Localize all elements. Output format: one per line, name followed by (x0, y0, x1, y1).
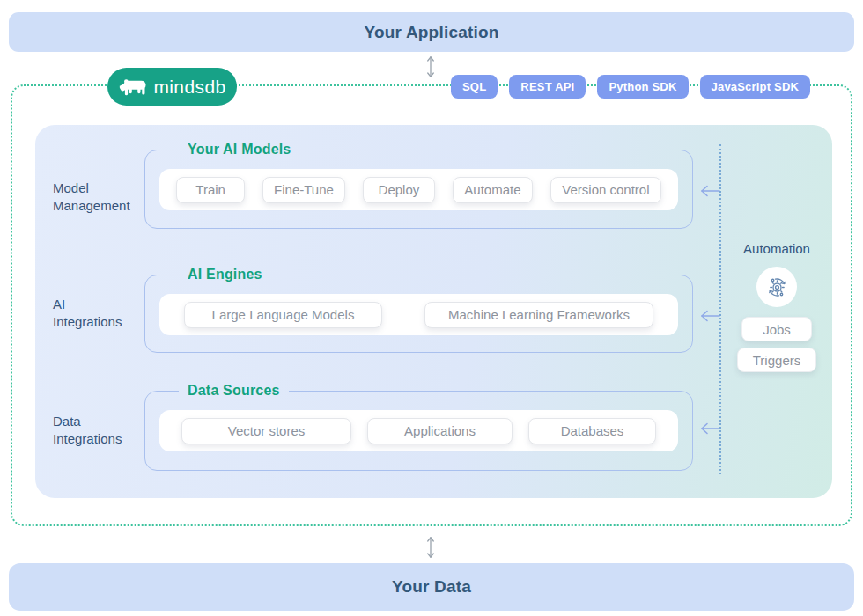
triggers-button[interactable]: Triggers (737, 348, 816, 372)
your-ai-models-section: Your AI Models Train Fine-Tune Deploy Au… (144, 142, 693, 229)
your-application-bar: Your Application (9, 12, 854, 52)
sql-button[interactable]: SQL (451, 75, 498, 99)
fine-tune-button[interactable]: Fine-Tune (262, 177, 345, 203)
mindsdb-dotted-container: Model Management Your AI Models Train Fi… (11, 84, 852, 526)
javascript-sdk-button[interactable]: JavaScript SDK (700, 75, 811, 99)
bear-icon (118, 77, 147, 97)
ai-models-chip-bar: Train Fine-Tune Deploy Automate Version … (159, 169, 678, 210)
ai-integrations-label: AI Integrations (53, 296, 150, 331)
ai-engines-title: AI Engines (179, 267, 271, 282)
left-arrow-icon (698, 309, 721, 323)
automation-title: Automation (743, 241, 810, 256)
machine-learning-frameworks-button[interactable]: Machine Learning Frameworks (424, 302, 653, 328)
api-buttons-row: SQL REST API Python SDK JavaScript SDK (451, 75, 810, 99)
rest-api-button[interactable]: REST API (509, 75, 586, 99)
jobs-button[interactable]: Jobs (741, 317, 812, 341)
python-sdk-button[interactable]: Python SDK (597, 75, 688, 99)
mindsdb-architecture-diagram: Your Application Model Management Your A… (0, 0, 863, 616)
your-data-bar: Your Data (9, 563, 854, 611)
automate-button[interactable]: Automate (453, 177, 533, 203)
version-control-button[interactable]: Version control (550, 177, 661, 203)
deploy-button[interactable]: Deploy (363, 177, 435, 203)
vector-stores-button[interactable]: Vector stores (181, 418, 351, 444)
bidirectional-arrow-icon (424, 535, 437, 560)
large-language-models-button[interactable]: Large Language Models (184, 302, 382, 328)
integration-panel: Model Management Your AI Models Train Fi… (35, 125, 832, 498)
your-application-label: Your Application (364, 23, 498, 42)
automation-icon-badge (756, 267, 797, 307)
left-arrow-icon (698, 184, 721, 198)
your-data-label: Your Data (392, 577, 471, 597)
data-sources-title: Data Sources (179, 383, 289, 399)
databases-button[interactable]: Databases (528, 418, 656, 444)
left-arrow-icon (698, 422, 721, 436)
bidirectional-arrow-icon (424, 55, 437, 79)
data-sources-section: Data Sources Vector stores Applications … (144, 383, 693, 471)
ai-engines-section: AI Engines Large Language Models Machine… (144, 267, 693, 353)
train-button[interactable]: Train (176, 177, 245, 203)
applications-button[interactable]: Applications (367, 418, 513, 444)
data-sources-chip-bar: Vector stores Applications Databases (159, 410, 678, 451)
mindsdb-logo-text: mindsdb (153, 77, 225, 98)
ai-engines-chip-bar: Large Language Models Machine Learning F… (159, 294, 678, 335)
data-integrations-label: Data Integrations (53, 413, 150, 448)
model-management-label: Model Management (53, 180, 150, 215)
mindsdb-logo: mindsdb (107, 68, 237, 106)
automation-lane: Automation (721, 125, 832, 498)
automation-gear-icon (765, 275, 789, 299)
your-ai-models-title: Your AI Models (179, 142, 299, 158)
